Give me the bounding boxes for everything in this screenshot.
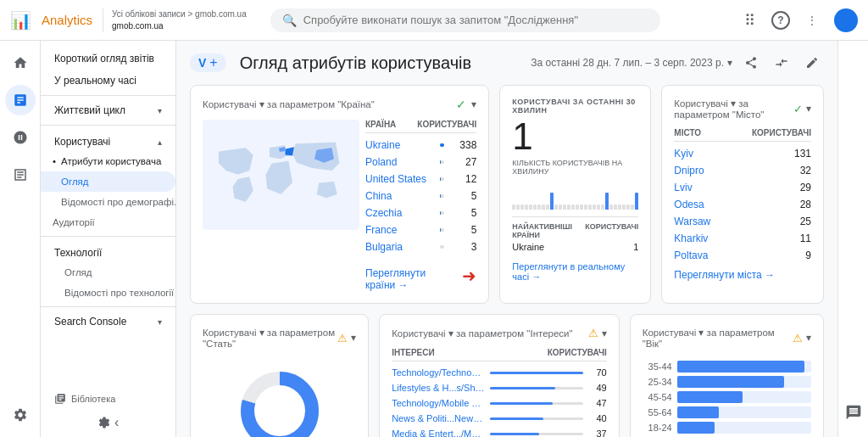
interest-value: 47 — [588, 398, 607, 408]
gender-dropdown[interactable]: ▾ — [351, 332, 356, 344]
sidebar-item-users[interactable]: Користувачі ▴ — [41, 129, 175, 151]
age-row: 55-64 — [643, 406, 811, 418]
interest-name[interactable]: News & Politi...News Readers — [392, 413, 485, 423]
gender-card: Користувачі ▾ за параметром "Стать" ⚠ ▾ — [190, 314, 369, 437]
sidebar-users-label: Користувачі — [54, 136, 110, 148]
sidebar-item-user-attributes[interactable]: • Атрибути користувача — [41, 151, 175, 171]
country-name[interactable]: France — [365, 224, 433, 236]
age-card: Користувачі ▾ за параметром "Вік" ⚠ ▾ 35… — [630, 314, 824, 437]
home-nav-icon[interactable] — [5, 48, 36, 78]
nav-chip[interactable]: V + — [190, 53, 226, 72]
country-bar-fill — [440, 143, 444, 147]
donut-chart — [233, 364, 326, 437]
more-icon-btn[interactable]: ⋮ — [800, 8, 824, 32]
country-dropdown-icon[interactable]: ▾ — [471, 98, 476, 110]
interest-card-header: Користувачі ▾ за параметром "Інтереси" ⚠… — [392, 327, 607, 339]
edit-icon-btn[interactable] — [800, 51, 824, 75]
country-name[interactable]: Bulgaria — [365, 241, 433, 253]
city-name[interactable]: Poltava — [674, 249, 805, 261]
collapse-sidebar-btn[interactable]: ‹ — [114, 415, 119, 430]
city-name[interactable]: Kyiv — [674, 148, 794, 160]
nav-chip-icon: V — [198, 56, 206, 70]
country-bar-bg — [440, 160, 444, 164]
advertising-nav-icon[interactable] — [5, 160, 36, 190]
city-name[interactable]: Kharkiv — [674, 233, 799, 244]
sidebar-item-tech-details[interactable]: Відомості про технології — [41, 283, 175, 303]
country-name[interactable]: Czechia — [365, 207, 433, 219]
interest-bar-bg — [490, 402, 583, 405]
realtime-bar — [571, 204, 575, 210]
view-cities-link[interactable]: Переглянути міста → — [674, 269, 811, 281]
country-name[interactable]: Poland — [365, 156, 433, 168]
city-name[interactable]: Lviv — [674, 182, 799, 193]
interest-row: Technology/Technophiles 70 — [392, 365, 607, 380]
sidebar-settings-btn[interactable]: ‹ — [41, 415, 175, 430]
search-bar[interactable]: 🔍 — [270, 8, 660, 32]
compare-icon-btn[interactable] — [770, 51, 793, 75]
realtime-bar — [614, 204, 617, 210]
library-item[interactable]: Бібліотека — [41, 386, 175, 412]
view-countries-link[interactable]: Переглянути країни → — [365, 267, 452, 291]
sidebar-item-tech-overview[interactable]: Огляд — [41, 262, 175, 283]
age-bar-bg — [677, 391, 811, 403]
apps-icon-btn[interactable]: ⠿ — [737, 8, 761, 32]
interest-bar-fill — [490, 433, 539, 435]
country-col2: КОРИСТУВАЧІ — [417, 120, 476, 129]
country-name[interactable]: China — [365, 190, 433, 202]
sidebar-item-lifecycle[interactable]: Життєвий цикл ▾ — [41, 99, 175, 121]
interest-bar-bg — [490, 387, 583, 389]
interest-name[interactable]: Media & Entert.../Music Lovers — [392, 429, 485, 437]
interest-bar-bg — [490, 433, 583, 435]
interest-name[interactable]: Lifestyles & H...s/Shutterbugs — [392, 383, 485, 393]
search-input[interactable] — [303, 14, 648, 26]
country-name[interactable]: United States — [365, 173, 433, 185]
city-value: 32 — [800, 165, 811, 176]
city-name[interactable]: Warsaw — [674, 216, 799, 227]
realtime-bar — [542, 204, 545, 210]
country-name[interactable]: Ukraine — [365, 139, 433, 151]
settings-nav-icon[interactable] — [5, 400, 36, 430]
city-dropdown[interactable]: ▾ — [806, 103, 811, 115]
realtime-bar — [626, 204, 630, 210]
explore-nav-icon[interactable] — [5, 122, 36, 153]
view-realtime-link[interactable]: Переглянути в реальному часі → — [512, 261, 638, 282]
interest-dropdown[interactable]: ▾ — [602, 328, 607, 339]
age-bar-fill — [677, 406, 719, 418]
interest-name[interactable]: Technology/Mobile Enthusiasts — [392, 398, 485, 408]
sidebar-item-audiences[interactable]: Аудиторії — [41, 212, 175, 233]
sidebar-item-tech[interactable]: Технології — [41, 240, 175, 262]
country-rows-container: Ukraine 338 Poland 27 United States 12 C… — [365, 137, 476, 255]
sidebar-overview-label: Короткий огляд звітів — [54, 53, 154, 64]
share-icon-btn[interactable] — [739, 51, 763, 75]
age-label: 35-44 — [643, 361, 672, 372]
city-card-header: Користувачі ▾ за параметром "Місто" ✓ ▾ — [674, 98, 811, 120]
sidebar-item-realtime[interactable]: У реальному часі — [41, 70, 175, 92]
realtime-bar — [529, 204, 532, 210]
city-rows-container: Kyiv 131 Dnipro 32 Lviv 29 Odesa 28 Wars… — [674, 145, 811, 264]
help-icon-btn[interactable]: ? — [771, 11, 790, 30]
date-range-picker[interactable]: За останні 28 дн. 7 лип. – 3 серп. 2023 … — [531, 57, 732, 69]
country-value: 5 — [451, 224, 476, 236]
country-value: 5 — [451, 190, 476, 202]
age-dropdown[interactable]: ▾ — [806, 332, 811, 344]
main-layout: Короткий огляд звітів У реальному часі Ж… — [0, 41, 868, 437]
sidebar-item-overview[interactable]: Короткий огляд звітів — [41, 48, 175, 70]
city-name[interactable]: Dnipro — [674, 165, 799, 176]
nav-chip-add[interactable]: + — [209, 55, 217, 70]
user-avatar[interactable] — [834, 8, 858, 32]
active-countries-header: НАЙАКТИВНІШІ КРАЇНИ КОРИСТУВАЧІ — [512, 216, 638, 239]
reports-nav-icon[interactable] — [5, 85, 36, 115]
realtime-bar — [584, 204, 587, 210]
interest-name[interactable]: Technology/Technophiles — [392, 367, 485, 378]
realtime-bar — [516, 204, 520, 210]
country-card-header: Користувачі ▾ за параметром "Країна" ✓ ▾ — [203, 98, 476, 111]
city-value: 9 — [805, 249, 811, 261]
sidebar-item-overview-active[interactable]: Огляд — [41, 171, 175, 192]
city-row: Poltava 9 — [674, 247, 811, 264]
chat-icon-btn[interactable] — [845, 404, 862, 423]
country-value: 3 — [451, 241, 476, 253]
sidebar-item-demographics[interactable]: Відомості про демографі... — [41, 192, 175, 212]
sidebar-item-search-console[interactable]: Search Console ▾ — [41, 311, 175, 333]
city-name[interactable]: Odesa — [674, 199, 799, 210]
world-map-svg — [203, 120, 359, 230]
